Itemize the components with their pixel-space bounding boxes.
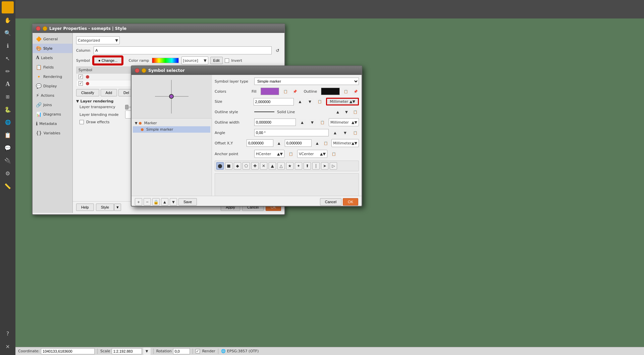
outline-width-input[interactable]	[254, 119, 296, 126]
column-input[interactable]	[94, 46, 272, 54]
plugins-icon[interactable]: 🔌	[2, 154, 14, 167]
line-shape-btn[interactable]: |	[312, 162, 320, 170]
outline-color-button[interactable]	[321, 88, 340, 95]
arrow-right2-shape-btn[interactable]: ▷	[330, 162, 337, 170]
coordinate-input[interactable]	[41, 348, 95, 354]
anchor-v-copy-btn[interactable]: 📋	[330, 150, 337, 158]
star6-shape-btn[interactable]: ✦	[295, 162, 302, 170]
nav-diagrams[interactable]: 📊 Diagrams	[33, 109, 72, 119]
cross-shape-btn[interactable]: ✚	[251, 162, 259, 170]
arrow-up-shape-btn[interactable]: ⬆	[304, 162, 311, 170]
outline-color-paste-button[interactable]: 📌	[352, 88, 359, 95]
measure-icon[interactable]: 📏	[2, 180, 14, 192]
select-feature-icon[interactable]: ↖	[2, 52, 14, 64]
label-icon[interactable]: A	[2, 78, 14, 90]
row1-checkbox[interactable]: ✓	[78, 75, 83, 79]
nav-labels[interactable]: A Labels	[33, 53, 72, 62]
ss-remove-button[interactable]: −	[144, 198, 151, 206]
angle-copy-btn[interactable]: 📋	[352, 129, 359, 136]
outline-style-copy-btn[interactable]: 📋	[352, 108, 359, 116]
nav-style[interactable]: 🎨 Style	[33, 44, 72, 53]
tree-simple-marker-item[interactable]: Simple marker	[133, 126, 210, 133]
outline-color-copy-button[interactable]: 📋	[342, 88, 350, 95]
diamond-shape-btn[interactable]: ◆	[234, 162, 241, 170]
ss-add-button[interactable]: +	[135, 198, 142, 206]
help-icon[interactable]: ?	[2, 327, 14, 340]
nav-variables[interactable]: {} Variables	[33, 128, 72, 138]
outline-width-copy-btn[interactable]: 📋	[319, 119, 326, 126]
outline-width-up-btn[interactable]: ▲	[299, 119, 306, 126]
browser-panel-icon[interactable]: 🌐	[2, 116, 14, 128]
row2-checkbox[interactable]: ✓	[78, 81, 83, 86]
dialog-close-button[interactable]	[36, 26, 41, 31]
log-messages-icon[interactable]: 💬	[2, 142, 14, 154]
epsg-item[interactable]: 🌐 EPSG:3857 (OTF)	[221, 349, 259, 353]
dialog-minimize-button[interactable]	[43, 26, 47, 31]
outline-width-down-btn[interactable]: ▼	[309, 119, 316, 126]
size-copy-icon[interactable]: 📋	[316, 98, 324, 105]
field-calc-icon[interactable]: ⊞	[2, 91, 14, 103]
ss-lock-button[interactable]: 🔒	[152, 198, 160, 206]
change-symbol-button[interactable]: ● ● Change... Change...	[93, 56, 122, 64]
help-button[interactable]: Help	[76, 204, 94, 211]
outline-style-down-btn[interactable]: ▼	[343, 108, 350, 116]
triangle-down-shape-btn[interactable]: △	[277, 162, 285, 170]
offset-y-up-btn[interactable]: ▲	[314, 139, 320, 147]
digitize-icon[interactable]: ✏	[2, 65, 14, 77]
pan-map-icon[interactable]: ✋	[2, 14, 14, 26]
square-shape-btn[interactable]: ■	[225, 162, 232, 170]
color-ramp-source-dropdown[interactable]: [source] ▼	[181, 56, 208, 64]
invert-checkbox[interactable]	[225, 58, 229, 63]
nav-metadata[interactable]: ℹ Metadata	[33, 119, 72, 128]
angle-down-btn[interactable]: ▼	[341, 129, 349, 136]
draw-effects-checkbox[interactable]	[79, 120, 84, 124]
identify-icon[interactable]: ℹ	[2, 40, 14, 52]
renderer-dropdown[interactable]: Categorized ▼	[76, 36, 120, 44]
angle-input[interactable]	[254, 129, 329, 136]
size-input[interactable]	[254, 98, 294, 105]
star-shape-btn[interactable]: ★	[286, 162, 293, 170]
add-category-button[interactable]: Add	[101, 89, 117, 96]
scale-input[interactable]	[112, 348, 142, 354]
edit-color-ramp-button[interactable]: Edit	[210, 57, 223, 64]
outline-style-up-btn[interactable]: ▲	[334, 108, 341, 116]
x-shape-btn[interactable]: ✕	[260, 162, 267, 170]
tree-marker-item[interactable]: ▼ Marker	[133, 120, 210, 126]
angle-up-btn[interactable]: ▲	[331, 129, 339, 136]
style-button[interactable]: Style	[96, 204, 114, 211]
nav-actions[interactable]: ⚡ Actions	[33, 91, 72, 100]
pentagon-shape-btn[interactable]: ⬠	[243, 162, 250, 170]
nav-fields[interactable]: 📋 Fields	[33, 62, 72, 72]
nav-joins[interactable]: 🔗 Joins	[33, 100, 72, 109]
offset-x-up-btn[interactable]: ▲	[276, 139, 282, 147]
classify-button[interactable]: Classify	[76, 89, 99, 96]
close-panel-icon[interactable]: ×	[2, 340, 14, 352]
ss-save-button[interactable]: Save	[178, 198, 197, 206]
offset-y-input[interactable]	[285, 139, 312, 147]
zoom-in-icon[interactable]: 🔍	[2, 27, 14, 39]
settings-icon[interactable]: ⚙	[2, 167, 14, 179]
rotation-input[interactable]	[173, 348, 190, 354]
transparency-slider-thumb[interactable]	[125, 105, 128, 109]
triangle-shape-btn[interactable]: ▲	[269, 162, 276, 170]
layers-panel-icon[interactable]: 📋	[2, 129, 14, 141]
ss-move-up-button[interactable]: ▲	[161, 198, 168, 206]
render-checkbox[interactable]: ✓	[196, 349, 200, 353]
outline-width-unit-dropdown[interactable]: Millimeter ▲▼	[329, 118, 359, 126]
column-refresh-button[interactable]: ↺	[274, 47, 281, 54]
anchor-h-dropdown[interactable]: HCenter ▲▼	[254, 150, 284, 158]
ss-close-button[interactable]	[135, 68, 140, 73]
python-icon[interactable]: 🐍	[2, 103, 14, 116]
offset-unit-dropdown[interactable]: Millimeter ▲▼	[331, 139, 359, 147]
fill-color-copy-button[interactable]: 📋	[282, 88, 289, 95]
nav-rendering[interactable]: 🔸 Rendering	[33, 72, 72, 81]
ss-ok-button[interactable]: OK	[343, 198, 358, 206]
nav-display[interactable]: 💬 Display	[33, 81, 72, 91]
scale-dropdown-btn[interactable]: ▼	[143, 348, 151, 355]
nav-general[interactable]: 🔶 General	[33, 34, 72, 44]
fill-color-button[interactable]	[261, 88, 279, 95]
ss-move-down-button[interactable]: ▼	[170, 198, 177, 206]
fill-color-paste-button[interactable]: 📌	[291, 88, 299, 95]
circle-shape-btn[interactable]: ⬤	[216, 162, 224, 170]
offset-copy-btn[interactable]: 📋	[323, 139, 329, 147]
